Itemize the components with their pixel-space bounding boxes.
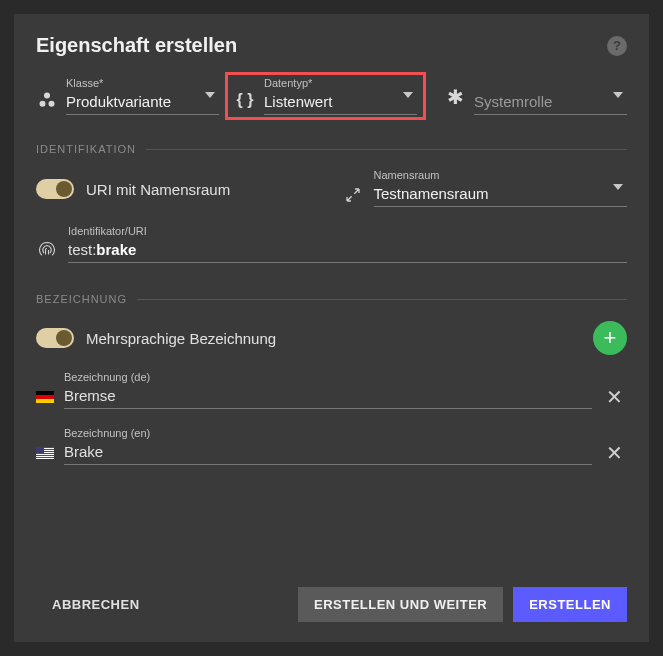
- chevron-down-icon: [205, 92, 215, 98]
- namespace-select[interactable]: Namensraum Testnamensraum: [342, 171, 628, 207]
- datatype-select[interactable]: { } Datentyp* Listenwert: [234, 79, 417, 115]
- asterisk-icon: ✱: [444, 85, 466, 109]
- add-language-button[interactable]: +: [593, 321, 627, 355]
- uri-toggle-label: URI mit Namensraum: [86, 181, 230, 198]
- designation-section-label: BEZEICHNUNG: [36, 293, 627, 305]
- class-label: Klasse*: [66, 77, 103, 89]
- create-button[interactable]: ERSTELLEN: [513, 587, 627, 622]
- identifier-label: Identifikator/URI: [68, 225, 147, 237]
- systemrole-select[interactable]: ✱ Systemrolle: [444, 79, 627, 115]
- clear-en-button[interactable]: ✕: [602, 441, 627, 465]
- namespace-label: Namensraum: [374, 169, 440, 181]
- svg-point-0: [44, 93, 50, 99]
- designation-de-label: Bezeichnung (de): [64, 371, 150, 383]
- class-icon: [36, 91, 58, 109]
- svg-point-2: [49, 101, 55, 107]
- cancel-button[interactable]: ABBRECHEN: [36, 587, 156, 622]
- braces-icon: { }: [234, 91, 256, 109]
- chevron-down-icon: [613, 184, 623, 190]
- designation-de-field[interactable]: Bezeichnung (de) Bremse ✕: [36, 373, 627, 409]
- datatype-highlight: { } Datentyp* Listenwert: [225, 72, 426, 120]
- flag-de-icon: [36, 391, 54, 403]
- multilang-row: Mehrsprachige Bezeichnung +: [36, 321, 627, 355]
- create-property-dialog: Eigenschaft erstellen ? Klasse* Produktv…: [14, 14, 649, 642]
- identifier-field[interactable]: Identifikator/URI test:brake: [36, 227, 627, 263]
- svg-point-1: [40, 101, 46, 107]
- class-select[interactable]: Klasse* Produktvariante: [36, 79, 219, 115]
- designation-de-value: Bremse: [64, 387, 116, 404]
- uri-namespace-toggle[interactable]: [36, 179, 74, 199]
- identification-section-label: IDENTIFIKATION: [36, 143, 627, 155]
- multilang-toggle[interactable]: [36, 328, 74, 348]
- chevron-down-icon: [613, 92, 623, 98]
- clear-de-button[interactable]: ✕: [602, 385, 627, 409]
- designation-en-value: Brake: [64, 443, 103, 460]
- fingerprint-icon: [36, 241, 58, 259]
- dialog-title: Eigenschaft erstellen: [36, 34, 237, 57]
- multilang-label: Mehrsprachige Bezeichnung: [86, 330, 276, 347]
- help-icon[interactable]: ?: [607, 36, 627, 56]
- dialog-footer: ABBRECHEN ERSTELLEN UND WEITER ERSTELLEN: [36, 587, 627, 622]
- type-selectors: Klasse* Produktvariante { } Datentyp* Li…: [36, 79, 627, 115]
- designation-en-field[interactable]: Bezeichnung (en) Brake ✕: [36, 429, 627, 465]
- flag-en-icon: [36, 447, 54, 459]
- identifier-value: test:brake: [68, 227, 627, 263]
- uri-namespace-row: URI mit Namensraum Namensraum Testnamens…: [36, 171, 627, 207]
- expand-icon: [342, 187, 364, 203]
- systemrole-value: Systemrolle: [474, 79, 552, 110]
- chevron-down-icon: [403, 92, 413, 98]
- create-and-continue-button[interactable]: ERSTELLEN UND WEITER: [298, 587, 503, 622]
- datatype-label: Datentyp*: [264, 77, 312, 89]
- designation-en-label: Bezeichnung (en): [64, 427, 150, 439]
- dialog-header: Eigenschaft erstellen ?: [36, 34, 627, 57]
